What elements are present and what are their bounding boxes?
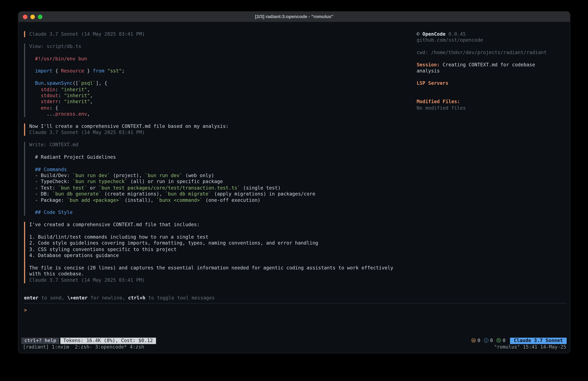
text-segment: stdout	[41, 93, 58, 98]
text-line	[29, 203, 403, 209]
text-segment: `bun db migrate`	[165, 191, 211, 197]
text-segment: `bun db generate`	[52, 191, 102, 197]
text-segment: `bunx <command>`	[156, 197, 203, 203]
text-segment: ,	[87, 87, 90, 92]
text-line: env: {	[29, 105, 403, 111]
prompt-chevron: >	[24, 307, 27, 313]
text-segment: process.env	[55, 111, 87, 117]
text-line: Session: Creating CONTEXT.md for codebas…	[417, 62, 569, 68]
text-line: 2. Code style guidelines covering import…	[29, 240, 403, 246]
composer-help-line: enter to send, \+enter for newline, ctrl…	[24, 295, 215, 301]
text-line: Claude 3.7 Sonnet (14 May 2025 03:41 PM)	[29, 130, 403, 135]
text-segment: ,	[90, 93, 93, 98]
text-segment: "inherit"	[61, 87, 87, 92]
text-segment: enter	[24, 295, 39, 301]
text-segment: env	[41, 105, 50, 111]
composer-input[interactable]: >	[24, 304, 567, 336]
text-line: # Radiant Project Guidelines	[29, 154, 403, 160]
text-segment: (web only)	[182, 173, 214, 178]
text-segment: `bun run dev`	[73, 173, 110, 178]
window-titlebar[interactable]: [2/3] radiant:3:opencode - "romulus"	[18, 12, 570, 22]
text-segment: `bun run typecheck`	[73, 179, 127, 184]
text-line: I've created a comprehensive CONTEXT.md …	[29, 222, 403, 228]
text-segment: :	[58, 93, 64, 98]
zoom-button[interactable]	[38, 14, 42, 19]
text-line	[29, 49, 403, 56]
info-sidebar: © OpenCode 0.0.45github.com/sst/opencode…	[417, 31, 569, 111]
text-segment: "inherit"	[64, 93, 90, 98]
text-segment	[105, 68, 107, 74]
text-line: with this codebase.	[29, 271, 403, 277]
text-segment: analysis	[417, 68, 440, 74]
text-segment: :	[55, 87, 61, 92]
text-line: ## Code Style	[29, 210, 403, 216]
text-segment: ## Commands	[35, 166, 67, 172]
text-line	[417, 74, 569, 80]
text-segment: - Package:	[29, 197, 67, 203]
text-segment: # Radiant Project Guidelines	[29, 154, 116, 160]
close-button[interactable]	[23, 14, 27, 19]
text-line: Now I'll create a comprehensive CONTEXT.…	[29, 123, 403, 130]
text-segment: to send,	[38, 295, 67, 301]
text-segment: The file is concise (20 lines) and captu…	[29, 265, 393, 270]
text-segment: 1. Build/lint/test commands including ho…	[29, 234, 208, 240]
text-segment	[29, 93, 41, 98]
warning-icon: Ⓦ	[471, 338, 476, 344]
text-segment: import	[35, 68, 52, 74]
chat-transcript: Claude 3.7 Sonnet (14 May 2025 03:41 PM)…	[24, 31, 403, 290]
text-segment: Claude 3.7 Sonnet (14 May 2025 03:41 PM)	[29, 31, 145, 37]
diagnostic-hints: ⓗ 0	[496, 338, 505, 344]
text-segment: .	[44, 80, 47, 86]
text-segment: \+enter	[67, 295, 87, 301]
text-segment: `psql`	[78, 80, 96, 86]
tmux-status-bar: [radiant] 1:nvim 2:zsh- 3:opencode* 4:zs…	[23, 344, 566, 350]
text-segment: Claude 3.7 Sonnet (14 May 2025 03:41 PM)	[29, 130, 145, 135]
tmux-windows-list[interactable]: [radiant] 1:nvim 2:zsh- 3:opencode* 4:zs…	[23, 344, 144, 350]
text-line	[29, 228, 403, 234]
assistant-message-meta: Claude 3.7 Sonnet (14 May 2025 03:41 PM)	[24, 31, 403, 37]
text-segment: 4. Database operations guidance	[29, 252, 119, 258]
text-segment: (create migrations),	[102, 191, 165, 197]
text-segment: cwd: /home/thdxr/dev/projects/radiant/ra…	[417, 49, 547, 55]
text-segment: ctrl+h	[128, 295, 145, 301]
text-segment: ©	[417, 31, 422, 37]
text-line: ...process.env,	[29, 111, 403, 117]
model-badge[interactable]: Claude 3.7 Sonnet	[510, 338, 567, 344]
text-segment: ,	[87, 111, 90, 117]
text-line: 3. CSS styling conventions specific to t…	[29, 246, 403, 252]
text-segment: (one-off execution)	[203, 197, 260, 203]
text-segment: "sst"	[107, 68, 122, 74]
text-segment: with this codebase.	[29, 271, 84, 277]
text-segment	[29, 68, 35, 74]
text-segment: ], {	[96, 80, 107, 86]
text-line: import { Resource } from "sst";	[29, 68, 403, 74]
terminal-window: [2/3] radiant:3:opencode - "romulus" Cla…	[18, 11, 570, 353]
text-line: - DB: `bun db generate` (create migratio…	[29, 191, 403, 197]
text-line: - Test: `bun test` or `bun test packages…	[29, 185, 403, 191]
text-segment: - Build/Dev:	[29, 173, 73, 178]
text-segment: Session:	[417, 62, 440, 67]
terminal-content: Claude 3.7 Sonnet (14 May 2025 03:41 PM)…	[18, 22, 570, 353]
text-segment: I've created a comprehensive CONTEXT.md …	[29, 222, 200, 227]
text-segment: (apply migrations) in packages/core	[211, 191, 315, 197]
text-line: cwd: /home/thdxr/dev/projects/radiant/ra…	[417, 49, 569, 56]
text-line	[417, 56, 569, 62]
tmux-host-clock: "romulus" 15:41 14-May-25	[494, 344, 566, 350]
status-right: Ⓦ 0 ⓘ 0 ⓗ 0 Claude 3.7 Sonnet	[471, 338, 567, 344]
text-segment: (install),	[122, 197, 156, 203]
text-segment: :	[58, 99, 64, 104]
help-key-badge[interactable]: ctrl+? help	[21, 338, 59, 344]
minimize-button[interactable]	[30, 14, 35, 19]
text-segment: - TypeCheck:	[29, 179, 73, 184]
text-line: © OpenCode 0.0.45	[417, 31, 569, 37]
text-segment: Modified Files:	[417, 99, 460, 104]
text-segment: spawnSync	[47, 80, 73, 86]
info-icon: ⓘ	[484, 338, 489, 344]
warning-count: 0	[478, 338, 480, 344]
text-segment: }	[84, 68, 93, 74]
text-segment: ## Code Style	[35, 210, 73, 215]
text-segment: ...	[29, 111, 55, 117]
text-segment: Resource	[61, 68, 84, 74]
text-segment: "inherit"	[64, 99, 90, 104]
traffic-lights	[23, 12, 42, 22]
